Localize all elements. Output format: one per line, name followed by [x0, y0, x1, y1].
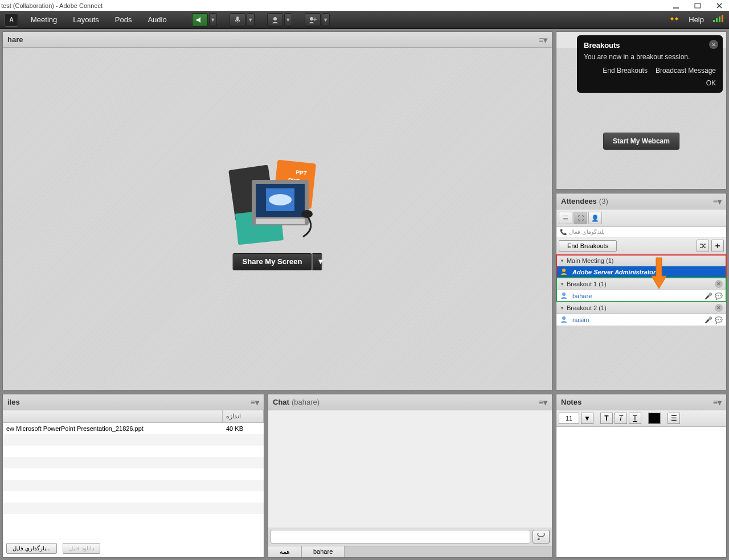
remove-breakout-icon[interactable]: ✕ [715, 280, 723, 288]
notes-pod-menu[interactable]: ≡▾ [713, 398, 722, 407]
files-pod-menu[interactable]: ≡▾ [251, 398, 259, 407]
attendees-pod: Attendees (3) ≡▾ ☰ ⛶ 👤 📞 بلندگوهای فعال … [556, 193, 727, 390]
underline-button[interactable]: T [629, 413, 641, 424]
remove-breakout-icon[interactable]: ✕ [715, 304, 723, 312]
phone-icon: 📞 [560, 229, 567, 235]
group-main: ▼ Main Meeting (1) Adobe Server Administ… [556, 255, 726, 278]
menu-help[interactable]: Help [685, 15, 707, 24]
webcam-button[interactable] [267, 13, 283, 27]
bullet-list-button[interactable]: ☰ [667, 413, 680, 424]
italic-button[interactable]: T [615, 413, 627, 424]
text-color-button[interactable] [648, 413, 661, 424]
svg-point-21 [301, 210, 313, 218]
svg-point-5 [273, 17, 277, 20]
notes-title: Notes [561, 398, 581, 406]
shuffle-button[interactable] [697, 240, 709, 252]
app-logo: A [5, 13, 18, 27]
start-webcam-button[interactable]: Start My Webcam [603, 133, 679, 150]
webcam-dropdown[interactable]: ▼ [284, 13, 292, 27]
status-button[interactable] [305, 13, 321, 27]
speaker-button[interactable] [192, 13, 208, 27]
files-col-size[interactable]: اندازه [223, 410, 264, 422]
chat-pod-title: Chat [273, 398, 289, 406]
files-pod: iles ≡▾ اندازه ew Microsoft PowerPoint P… [2, 394, 264, 558]
chat-tab-all[interactable]: همه [268, 546, 302, 557]
breakout-indicator-icon[interactable] [669, 14, 679, 26]
font-size-select[interactable] [559, 413, 579, 424]
group-head-b2[interactable]: ▼ Breakout 2 (1) ✕ [556, 302, 726, 314]
window-title: test (Collaboration) - Adobe Connect [1, 2, 672, 9]
menu-layouts[interactable]: Layouts [65, 11, 107, 28]
add-breakout-button[interactable]: ＋ [711, 240, 724, 252]
svg-rect-20 [256, 219, 305, 224]
popup-message: You are now in a breakout session. [584, 53, 716, 61]
file-name: ew Microsoft PowerPoint Presentation_218… [3, 423, 223, 434]
maximize-button[interactable] [694, 2, 702, 10]
status-dropdown[interactable]: ▼ [322, 13, 330, 27]
close-button[interactable] [715, 2, 723, 10]
chat-input[interactable] [271, 530, 530, 543]
svg-point-24 [562, 316, 566, 320]
share-screen-button[interactable]: Share My Screen [233, 253, 312, 270]
menu-meeting[interactable]: Meeting [23, 11, 65, 28]
group-breakout2: ▼ Breakout 2 (1) ✕ nasim 🎤 💬 [556, 302, 726, 326]
speaker-dropdown[interactable]: ▼ [209, 13, 217, 27]
menu-audio[interactable]: Audio [140, 11, 174, 28]
chat-pod: Chat (bahare) ≡▾ همه bahare [268, 394, 552, 558]
popup-title: Breakouts [584, 41, 716, 50]
chat-send-button[interactable] [533, 530, 550, 543]
popup-ok[interactable]: OK [584, 79, 716, 87]
attendee-view-breakout[interactable]: ⛶ [574, 212, 587, 224]
chat-pod-menu[interactable]: ≡▾ [539, 398, 547, 407]
breakouts-popup: Breakouts ✕ You are now in a breakout se… [577, 35, 723, 93]
attendees-pod-menu[interactable]: ≡▾ [713, 197, 722, 206]
notes-editor[interactable] [556, 427, 726, 557]
popup-end-breakouts[interactable]: End Breakouts [603, 67, 648, 75]
attendee-view-status[interactable]: 👤 [588, 212, 602, 224]
collapse-icon: ▼ [560, 282, 564, 287]
window-titlebar: test (Collaboration) - Adobe Connect [0, 0, 729, 11]
popup-broadcast[interactable]: Broadcast Message [656, 67, 716, 75]
svg-text:PPT: PPT [296, 170, 307, 177]
share-screen-dropdown[interactable]: ▼ [312, 253, 322, 270]
attendee-item[interactable]: Adobe Server Administrator [556, 266, 726, 278]
chat-tab-user[interactable]: bahare [302, 546, 345, 557]
video-pod: Start My Webcam Breakouts ✕ You are now … [556, 31, 727, 190]
menu-pods[interactable]: Pods [107, 11, 140, 28]
active-speakers-row: 📞 بلندگوهای فعال [556, 227, 726, 237]
bold-button[interactable]: T [600, 413, 613, 424]
mic-dropdown[interactable]: ▼ [247, 13, 255, 27]
svg-rect-10 [722, 15, 723, 22]
file-size: 40 KB [223, 423, 264, 434]
minimize-button[interactable] [672, 2, 680, 10]
participant-icon [560, 291, 568, 300]
files-col-name[interactable] [3, 410, 223, 422]
chat-log [268, 410, 552, 528]
share-pod-menu[interactable]: ≡▾ [539, 35, 547, 44]
mic-icon: 🎤 [705, 293, 712, 300]
collapse-icon: ▼ [560, 306, 564, 311]
collapse-icon: ▼ [560, 258, 564, 263]
group-head-b1[interactable]: ▼ Breakout 1 (1) ✕ [556, 278, 726, 290]
menubar: A Meeting Layouts Pods Audio ▼ ▼ ▼ ▼ Hel… [0, 11, 729, 29]
attendees-count: (3) [599, 197, 608, 205]
attendee-item[interactable]: nasim 🎤 💬 [556, 314, 726, 326]
attendee-view-list[interactable]: ☰ [559, 212, 572, 224]
group-breakout1: ▼ Breakout 1 (1) ✕ bahare 🎤 💬 [556, 278, 726, 302]
popup-close-icon[interactable]: ✕ [709, 40, 718, 49]
attendee-item[interactable]: bahare 🎤 💬 [556, 290, 726, 302]
mic-button[interactable] [230, 13, 245, 27]
file-row[interactable]: ew Microsoft PowerPoint Presentation_218… [3, 423, 264, 434]
svg-point-19 [269, 194, 292, 205]
group-head-main[interactable]: ▼ Main Meeting (1) [556, 255, 726, 266]
font-size-dropdown[interactable]: ▼ [581, 413, 593, 424]
mic-icon: 🎤 [705, 316, 712, 324]
host-icon [560, 267, 568, 277]
svg-rect-1 [695, 3, 701, 8]
end-breakouts-button[interactable]: End Breakouts [559, 240, 617, 252]
download-file-button[interactable]: دانلود فایل [63, 543, 100, 554]
notes-pod: Notes ≡▾ ▼ T T T ☰ [556, 394, 727, 558]
upload-file-button[interactable]: بارگذاري فايل... [6, 543, 57, 554]
svg-rect-9 [719, 17, 720, 22]
svg-point-23 [562, 293, 566, 296]
